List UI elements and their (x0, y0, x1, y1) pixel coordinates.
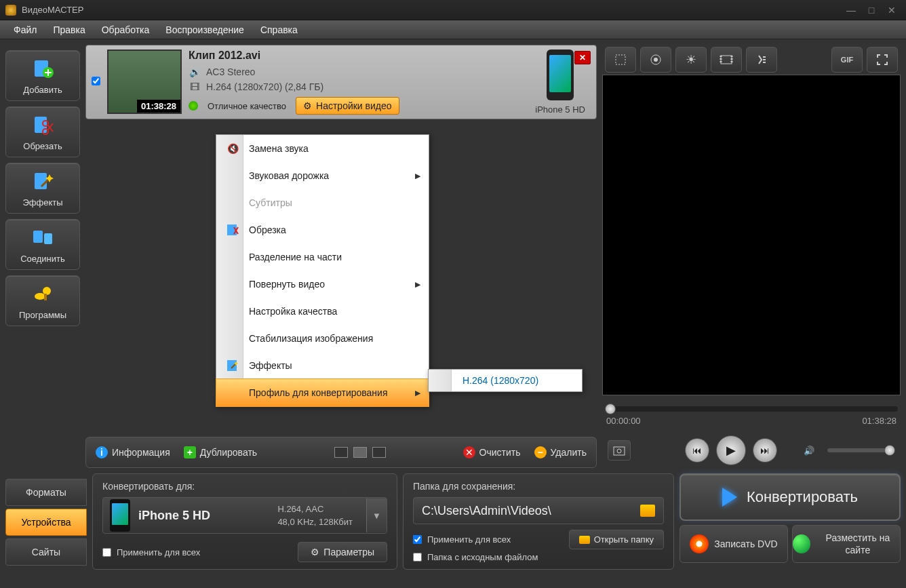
folder-icon[interactable] (640, 505, 655, 517)
prev-button[interactable]: ⏮ (685, 438, 709, 463)
remove-clip-button[interactable]: ✕ (574, 51, 591, 64)
tab-devices[interactable]: Устройства (5, 509, 87, 536)
menu-audio-track[interactable]: Звуковая дорожка▶ (216, 162, 429, 189)
final-buttons: Конвертировать Записать DVD Разместить н… (680, 473, 901, 570)
wand-icon (224, 357, 241, 374)
menu-quality[interactable]: Настройка качества (216, 298, 429, 325)
brightness-tool-button[interactable]: ☀ (675, 47, 707, 73)
join-icon (31, 225, 55, 250)
info-button[interactable]: iИнформация (96, 446, 170, 458)
apply-all-profile-checkbox[interactable] (102, 548, 111, 557)
add-button[interactable]: Добавить (5, 50, 80, 101)
snapshot-button[interactable] (608, 440, 631, 460)
menu-split[interactable]: Разделение на части (216, 243, 429, 271)
gear-icon: ⚙ (311, 547, 319, 557)
svg-point-8 (35, 293, 45, 300)
close-window-button[interactable]: ✕ (883, 4, 901, 16)
play-button[interactable]: ▶ (716, 435, 746, 465)
programs-button[interactable]: Программы (5, 275, 80, 326)
next-button[interactable]: ⏭ (753, 438, 777, 463)
menu-edit[interactable]: Правка (45, 22, 93, 38)
fullscreen-button[interactable] (867, 47, 898, 73)
video-preview[interactable] (602, 75, 901, 395)
frame-tool-button[interactable] (711, 47, 742, 73)
quality-indicator-icon (189, 101, 198, 111)
open-folder-button[interactable]: Открыть папку (569, 530, 664, 549)
compact-view-icon[interactable] (353, 447, 367, 458)
profile-codec-2: 48,0 KHz, 128Кбит (277, 515, 353, 529)
submenu-arrow-icon: ▶ (415, 280, 420, 289)
apply-all-save-checkbox[interactable] (413, 535, 422, 544)
save-path-box[interactable]: C:\Users\Admin\Videos\ (413, 497, 664, 524)
minimize-button[interactable]: — (842, 4, 860, 16)
volume-icon[interactable]: 🔊 (797, 440, 821, 460)
tab-sites[interactable]: Сайты (5, 538, 87, 566)
tab-formats[interactable]: Форматы (5, 479, 87, 506)
profile-option[interactable]: H.264 (1280x720) (462, 375, 538, 386)
source-folder-checkbox[interactable] (413, 553, 422, 562)
menu-file[interactable]: Файл (5, 22, 45, 38)
globe-icon (793, 534, 810, 553)
profile-dropdown-arrow[interactable]: ▼ (366, 498, 387, 532)
crop-tool-button[interactable] (605, 47, 636, 73)
gif-tool-button[interactable]: GIF (831, 47, 863, 73)
maximize-button[interactable]: □ (863, 4, 880, 16)
svg-point-13 (654, 58, 658, 62)
profile-selector[interactable]: iPhone 5 HD H.264, AAC 48,0 KHz, 128Кбит… (102, 497, 387, 534)
profile-codec-1: H.264, AAC (277, 503, 353, 516)
menubar: Файл Правка Обработка Воспроизведение Сп… (0, 20, 906, 39)
sidebar: Добавить Обрезать Эффекты Соединить Прог… (5, 45, 80, 468)
video-settings-label: Настройки видео (316, 100, 392, 111)
menu-effects[interactable]: Эффекты (216, 352, 429, 379)
list-view-icon[interactable] (334, 447, 348, 458)
burn-dvd-button[interactable]: Записать DVD (680, 525, 788, 563)
join-button[interactable]: Соединить (5, 219, 80, 270)
menu-help[interactable]: Справка (252, 22, 306, 38)
grid-view-icon[interactable] (372, 447, 386, 458)
speaker-icon: 🔊 (189, 66, 201, 78)
enhance-tool-button[interactable] (640, 47, 671, 73)
clip-thumbnail[interactable]: 01:38:28 (107, 50, 182, 114)
seek-bar[interactable] (605, 406, 898, 412)
clip-duration: 01:38:28 (137, 100, 180, 113)
phone-icon (547, 50, 574, 100)
clear-button[interactable]: ✕Очистить (463, 446, 521, 458)
menu-playback[interactable]: Воспроизведение (157, 22, 252, 38)
film-icon: 🎞 (189, 81, 201, 93)
clip-info: Клип 2012.avi 🔊AC3 Stereo 🎞H.264 (1280x7… (189, 50, 528, 115)
menu-replace-audio[interactable]: 🔇Замена звука (216, 135, 429, 162)
clip-title: Клип 2012.avi (189, 50, 528, 62)
svg-rect-14 (721, 56, 732, 64)
svg-rect-18 (227, 360, 237, 371)
effects-label: Эффекты (9, 197, 77, 208)
clip-card[interactable]: 01:38:28 Клип 2012.avi 🔊AC3 Stereo 🎞H.26… (85, 45, 597, 119)
cut-icon (31, 113, 55, 137)
svg-rect-10 (44, 294, 47, 300)
programs-label: Программы (9, 310, 77, 320)
duplicate-button[interactable]: +Дублировать (184, 446, 257, 458)
menu-conversion-profile[interactable]: Профиль для конвертирования▶ (216, 378, 429, 407)
speed-tool-button[interactable] (746, 47, 777, 73)
dvd-icon (690, 534, 709, 553)
menu-rotate[interactable]: Повернуть видео▶ (216, 271, 429, 298)
menu-process[interactable]: Обработка (94, 22, 158, 38)
params-button[interactable]: ⚙Параметры (298, 542, 387, 562)
cut-button[interactable]: Обрезать (5, 106, 80, 157)
clip-checkbox[interactable] (92, 77, 100, 85)
save-folder-panel: Папка для сохранения: C:\Users\Admin\Vid… (403, 473, 674, 570)
menu-stabilize[interactable]: Стабилизация изображения (216, 325, 429, 352)
time-current: 00:00:00 (606, 416, 641, 426)
volume-slider[interactable] (827, 448, 895, 452)
seek-knob[interactable] (605, 404, 616, 414)
publish-button[interactable]: Разместить на сайте (792, 525, 901, 563)
titlebar: ВидеоМАСТЕР — □ ✕ (0, 0, 906, 20)
delete-button[interactable]: −Удалить (534, 446, 587, 458)
menu-crop[interactable]: Обрезка (216, 216, 429, 243)
convert-button[interactable]: Конвертировать (680, 473, 901, 521)
app-logo-icon (5, 5, 16, 16)
volume-knob[interactable] (884, 445, 895, 456)
effects-button[interactable]: Эффекты (5, 163, 80, 214)
video-settings-button[interactable]: ⚙ Настройки видео (296, 97, 399, 115)
player-controls: ⏮ ▶ ⏭ 🔊 (602, 433, 901, 468)
view-toggle[interactable] (334, 447, 386, 458)
